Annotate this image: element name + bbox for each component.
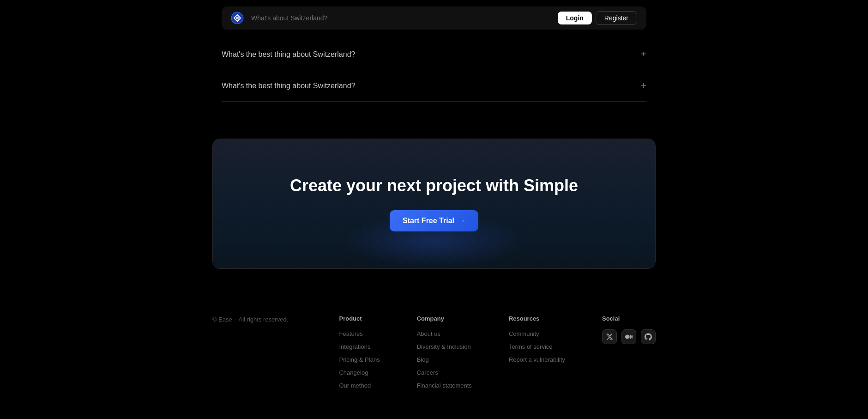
footer-link-integrations[interactable]: Integrations — [339, 343, 370, 350]
footer-link-community[interactable]: Community — [509, 330, 539, 337]
list-item: Our method — [339, 381, 380, 389]
cta-section: Create your next project with Simple Sta… — [212, 139, 656, 269]
footer-col-resources-links: Community Terms of service Report a vuln… — [509, 329, 565, 364]
list-item: Diversity & Inclusion — [417, 342, 472, 351]
footer-col-product: Product Features Integrations Pricing & … — [339, 315, 380, 389]
x-twitter-icon — [606, 333, 613, 340]
list-item: Integrations — [339, 342, 380, 351]
faq-expand-icon-1: + — [641, 49, 646, 60]
logo[interactable] — [231, 12, 244, 24]
start-trial-button[interactable]: Start Free Trial → — [390, 210, 478, 231]
list-item: Pricing & Plans — [339, 355, 380, 364]
nav-bar: Login Register — [0, 6, 868, 30]
cta-title: Create your next project with Simple — [290, 176, 578, 195]
faq-question-1: What's the best thing about Switzerland? — [222, 50, 355, 59]
footer-col-product-heading: Product — [339, 315, 380, 322]
logo-icon — [231, 12, 244, 24]
footer-col-social: Social — [602, 315, 656, 389]
nav-buttons: Login Register — [558, 11, 637, 25]
list-item: Financial statements — [417, 381, 472, 389]
social-icon-x[interactable] — [602, 329, 617, 344]
footer-col-company-links: About us Diversity & Inclusion Blog Care… — [417, 329, 472, 389]
github-icon — [645, 333, 652, 340]
footer-col-resources: Resources Community Terms of service Rep… — [509, 315, 565, 389]
footer-columns: Product Features Integrations Pricing & … — [339, 315, 656, 389]
footer-link-blog[interactable]: Blog — [417, 356, 429, 363]
list-item: Changelog — [339, 368, 380, 376]
footer-link-pricing[interactable]: Pricing & Plans — [339, 356, 380, 363]
svg-point-1 — [236, 17, 239, 19]
register-button[interactable]: Register — [596, 11, 637, 25]
list-item: Community — [509, 329, 565, 338]
login-button[interactable]: Login — [558, 12, 592, 24]
footer-link-financial[interactable]: Financial statements — [417, 382, 472, 389]
footer-link-diversity[interactable]: Diversity & Inclusion — [417, 343, 471, 350]
footer-link-terms[interactable]: Terms of service — [509, 343, 553, 350]
faq-item-1[interactable]: What's the best thing about Switzerland?… — [222, 39, 646, 70]
footer-link-vulnerability[interactable]: Report a vulnerability — [509, 356, 565, 363]
list-item: Terms of service — [509, 342, 565, 351]
footer-link-careers[interactable]: Careers — [417, 369, 438, 376]
list-item: Careers — [417, 368, 472, 376]
social-icon-medium[interactable] — [621, 329, 636, 344]
list-item: About us — [417, 329, 472, 338]
footer: © Ease – All rights reserved. Product Fe… — [0, 297, 868, 417]
footer-col-company-heading: Company — [417, 315, 472, 322]
faq-question-2: What's the best thing about Switzerland? — [222, 82, 355, 90]
footer-col-product-links: Features Integrations Pricing & Plans Ch… — [339, 329, 380, 389]
faq-item-2[interactable]: What's the best thing about Switzerland?… — [222, 70, 646, 102]
footer-link-features[interactable]: Features — [339, 330, 362, 337]
start-trial-label: Start Free Trial — [403, 217, 454, 225]
footer-copyright: © Ease – All rights reserved. — [212, 316, 288, 323]
footer-col-company: Company About us Diversity & Inclusion B… — [417, 315, 472, 389]
footer-link-changelog[interactable]: Changelog — [339, 369, 368, 376]
social-icon-github[interactable] — [641, 329, 656, 344]
footer-col-resources-heading: Resources — [509, 315, 565, 322]
search-input[interactable] — [251, 14, 550, 22]
medium-icon — [625, 333, 633, 340]
footer-link-our-method[interactable]: Our method — [339, 382, 371, 389]
list-item: Report a vulnerability — [509, 355, 565, 364]
social-icons — [602, 329, 656, 344]
footer-link-about[interactable]: About us — [417, 330, 440, 337]
arrow-icon: → — [458, 217, 465, 225]
faq-expand-icon-2: + — [641, 80, 646, 91]
faq-section: What's the best thing about Switzerland?… — [222, 39, 646, 102]
list-item: Blog — [417, 355, 472, 364]
footer-col-social-heading: Social — [602, 315, 656, 322]
list-item: Features — [339, 329, 380, 338]
footer-left: © Ease – All rights reserved. — [212, 315, 339, 323]
